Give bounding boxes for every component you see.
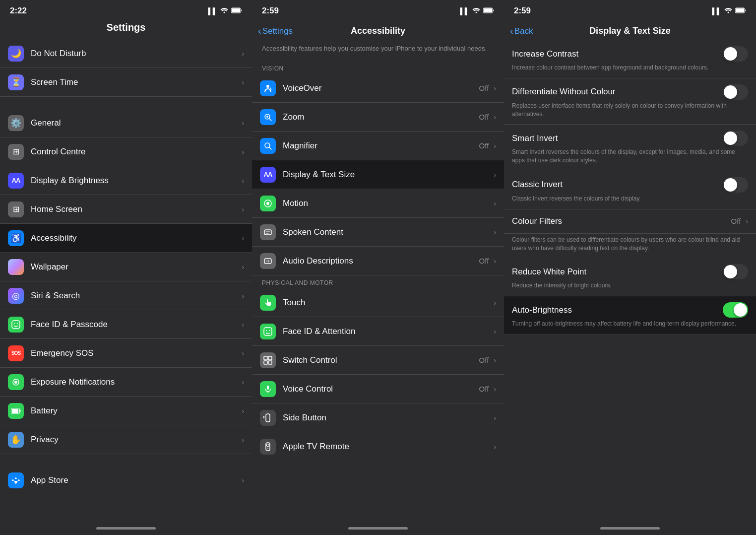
voice-control-icon [260, 381, 276, 397]
settings-item-display-text-size[interactable]: AA Display & Text Size › [252, 160, 504, 189]
svg-point-5 [17, 323, 18, 324]
toggle-item-reduce-white-point: Reduce White Point Reduce the intensity … [504, 258, 756, 296]
settings-item-touch[interactable]: Touch › [252, 288, 504, 317]
chevron-icon: › [494, 228, 496, 236]
screen-time-label: Screen Time [31, 77, 239, 87]
settings-item-audio-descriptions[interactable]: Audio Descriptions Off › [252, 247, 504, 275]
chevron-icon: › [242, 234, 244, 242]
toggle-item-increase-contrast: Increase Contrast Increase colour contra… [504, 40, 756, 78]
battery-label: Battery [31, 406, 239, 416]
chevron-icon: › [494, 414, 496, 422]
settings-item-magnifier[interactable]: Magnifier Off › [252, 132, 504, 160]
settings-item-general[interactable]: ⚙️ General › [0, 109, 252, 137]
auto-brightness-desc: Turning off auto-brightness may affect b… [512, 320, 748, 328]
settings-item-voice-control[interactable]: Voice Control Off › [252, 375, 504, 403]
settings-item-display-brightness[interactable]: AA Display & Brightness › [0, 166, 252, 195]
exposure-label: Exposure Notifications [31, 377, 239, 387]
colour-filters-row[interactable]: Colour Filters Off › [504, 209, 756, 234]
settings-item-motion[interactable]: Motion › [252, 189, 504, 218]
toggle-knob [724, 132, 737, 145]
chevron-icon: › [494, 84, 496, 92]
magnifier-label: Magnifier [283, 141, 479, 151]
home-indicator-1 [0, 521, 252, 535]
settings-item-apple-tv-remote[interactable]: Apple TV Remote › [252, 432, 504, 461]
settings-item-spoken-content[interactable]: Spoken Content › [252, 218, 504, 247]
general-label: General [31, 118, 239, 128]
chevron-icon: › [242, 476, 244, 484]
chevron-icon: › [494, 385, 496, 393]
settings-item-voiceover[interactable]: VoiceOver Off › [252, 74, 504, 103]
settings-item-switch-control[interactable]: Switch Control Off › [252, 346, 504, 375]
audio-descriptions-icon [260, 253, 276, 269]
chevron-icon: › [494, 443, 496, 451]
classic-invert-toggle[interactable] [723, 177, 748, 193]
section-gap-2 [0, 454, 252, 466]
svg-point-33 [267, 448, 268, 449]
chevron-icon: › [242, 292, 244, 300]
toggle-knob [724, 265, 737, 278]
svg-point-23 [269, 330, 270, 331]
touch-label: Touch [283, 298, 491, 308]
settings-item-face-id-attention[interactable]: Face ID & Attention › [252, 317, 504, 346]
chevron-icon: › [494, 257, 496, 265]
back-button-3[interactable]: ‹ Back [510, 25, 533, 37]
chevron-icon: › [242, 407, 244, 415]
auto-brightness-row: Auto-Brightness [512, 302, 748, 318]
section-gap-1 [0, 97, 252, 109]
svg-point-6 [14, 381, 17, 384]
settings-item-face-id[interactable]: Face ID & Passcode › [0, 310, 252, 339]
settings-item-side-button[interactable]: Side Button › [252, 403, 504, 432]
privacy-label: Privacy [31, 435, 239, 445]
differentiate-desc: Replaces user interface items that rely … [512, 102, 748, 119]
status-bar-2: 2:59 ▌▌ [252, 0, 504, 20]
home-bar-1 [96, 527, 156, 530]
home-bar-3 [600, 527, 660, 530]
settings-item-control-centre[interactable]: ⊞ Control Centre › [0, 137, 252, 166]
chevron-icon: › [242, 148, 244, 156]
reduce-white-point-toggle[interactable] [723, 264, 748, 279]
svg-point-4 [14, 323, 15, 324]
settings-item-appstore[interactable]: App Store › [0, 466, 252, 495]
differentiate-toggle[interactable] [723, 84, 748, 100]
privacy-icon: ✋ [8, 432, 24, 448]
chevron-icon: › [242, 78, 244, 86]
svg-rect-26 [264, 361, 267, 364]
voice-control-value: Off [479, 385, 489, 393]
settings-item-siri-search[interactable]: ◎ Siri & Search › [0, 281, 252, 310]
settings-item-wallpaper[interactable]: 🌅 Wallpaper › [0, 253, 252, 281]
back-button-2[interactable]: ‹ Settings [258, 25, 293, 37]
reduce-white-point-label: Reduce White Point [512, 267, 718, 277]
svg-point-32 [267, 444, 269, 447]
settings-item-emergency-sos[interactable]: SOS Emergency SOS › [0, 339, 252, 368]
chevron-icon: › [746, 217, 748, 225]
chevron-icon: › [242, 205, 244, 213]
home-indicator-2 [252, 521, 504, 535]
auto-brightness-toggle[interactable] [723, 302, 748, 318]
touch-icon [260, 295, 276, 311]
audio-descriptions-value: Off [479, 257, 489, 265]
settings-item-accessibility[interactable]: ♿ Accessibility › [0, 224, 252, 253]
settings-item-home-screen[interactable]: ⊞ Home Screen › [0, 195, 252, 224]
colour-filters-desc: Colour filters can be used to differenti… [504, 234, 756, 259]
display-text-size-label: Display & Text Size [283, 170, 491, 180]
panel-display-text-size: 2:59 ▌▌ ‹ Back Display & Text Size Incre… [504, 0, 756, 535]
chevron-icon: › [494, 200, 496, 207]
emergency-sos-label: Emergency SOS [31, 348, 239, 358]
settings-item-do-not-disturb[interactable]: 🌙 Do Not Disturb › [0, 39, 252, 68]
face-id-label: Face ID & Passcode [31, 320, 239, 330]
settings-item-battery[interactable]: Battery › [0, 397, 252, 425]
settings-item-screen-time[interactable]: ⏳ Screen Time › [0, 68, 252, 97]
smart-invert-toggle[interactable] [723, 131, 748, 146]
settings-item-exposure[interactable]: Exposure Notifications › [0, 368, 252, 397]
settings-item-zoom[interactable]: Zoom Off › [252, 103, 504, 132]
home-screen-icon: ⊞ [8, 201, 24, 217]
back-chevron-icon-3: ‹ [510, 25, 513, 37]
back-label-2: Settings [262, 26, 293, 36]
magnifier-icon [260, 138, 276, 154]
settings-item-privacy[interactable]: ✋ Privacy › [0, 425, 252, 454]
increase-contrast-desc: Increase colour contrast between app for… [512, 64, 748, 72]
motion-icon [260, 196, 276, 211]
increase-contrast-toggle[interactable] [723, 46, 748, 62]
smart-invert-desc: Smart Invert reverses the colours of the… [512, 148, 748, 165]
accessibility-label: Accessibility [31, 233, 239, 243]
